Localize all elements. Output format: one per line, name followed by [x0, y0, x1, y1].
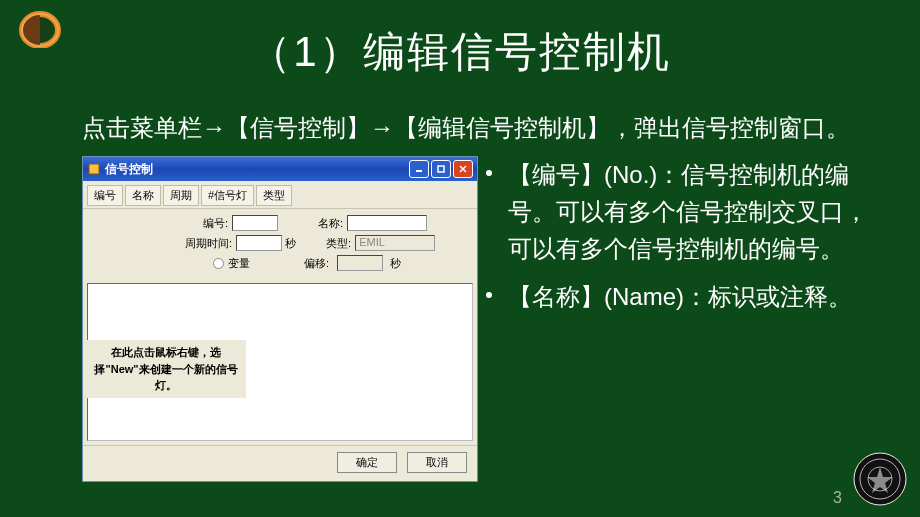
cycle-label: 周期时间:	[185, 236, 232, 251]
window-titlebar: 信号控制	[83, 157, 477, 181]
note-item: 【名称】(Name)：标识或注释。	[508, 278, 880, 315]
cycle-input[interactable]	[236, 235, 282, 251]
no-label: 编号:	[203, 216, 228, 231]
name-label: 名称:	[318, 216, 343, 231]
offset-radio[interactable]	[213, 258, 224, 269]
cycle-unit: 秒	[285, 236, 296, 251]
dialog-buttons: 确定 取消	[83, 445, 477, 481]
toolbar-button[interactable]: 编号	[87, 185, 123, 206]
signal-list-panel[interactable]: 在此点击鼠标右键，选择"New"来创建一个新的信号灯。	[87, 283, 473, 441]
toolbar-button[interactable]: 名称	[125, 185, 161, 206]
slide-intro: 点击菜单栏→【信号控制】→【编辑信号控制机】，弹出信号控制窗口。	[82, 110, 860, 146]
note-text: 【名称】(Name)：标识或注释。	[508, 283, 852, 310]
window-title: 信号控制	[105, 161, 407, 178]
close-button[interactable]	[453, 160, 473, 178]
svg-rect-3	[89, 164, 99, 174]
offset-label: 偏移:	[304, 256, 329, 271]
toolbar-button[interactable]: #信号灯	[201, 185, 254, 206]
slide-notes: 【编号】(No.)：信号控制机的编号。可以有多个信号控制交叉口，可以有多个信号控…	[508, 156, 880, 325]
slide-logo	[14, 8, 62, 48]
offset-unit: 秒	[390, 256, 401, 271]
type-label: 类型:	[326, 236, 351, 251]
toolbar-button[interactable]: 类型	[256, 185, 292, 206]
bullet-icon	[486, 292, 492, 298]
maximize-button[interactable]	[431, 160, 451, 178]
svg-rect-5	[438, 166, 444, 172]
window-toolbar: 编号 名称 周期 #信号灯 类型	[83, 181, 477, 209]
university-seal-icon	[852, 451, 908, 507]
list-hint: 在此点击鼠标右键，选择"New"来创建一个新的信号灯。	[86, 340, 246, 398]
note-item: 【编号】(No.)：信号控制机的编号。可以有多个信号控制交叉口，可以有多个信号控…	[508, 156, 880, 268]
window-app-icon	[87, 162, 101, 176]
toolbar-button[interactable]: 周期	[163, 185, 199, 206]
slide-title: （1）编辑信号控制机	[0, 0, 920, 80]
name-input[interactable]	[347, 215, 427, 231]
offset-input[interactable]	[337, 255, 383, 271]
minimize-button[interactable]	[409, 160, 429, 178]
window-form: 编号: 名称: 周期时间: 秒 类型: EMIL 变量 偏移: 秒	[83, 209, 477, 279]
intro-text: 点击菜单栏→【信号控制】→【编辑信号控制机】，弹出信号控制窗口。	[82, 114, 850, 141]
signal-control-window: 信号控制 编号 名称 周期 #信号灯 类型 编号: 名称:	[82, 156, 478, 482]
type-input[interactable]: EMIL	[355, 235, 435, 251]
page-number: 3	[833, 489, 842, 507]
offset-radio-label: 变量	[228, 256, 250, 271]
bullet-icon	[486, 170, 492, 176]
ok-button[interactable]: 确定	[337, 452, 397, 473]
cancel-button[interactable]: 取消	[407, 452, 467, 473]
note-text: 【编号】(No.)：信号控制机的编号。可以有多个信号控制交叉口，可以有多个信号控…	[508, 161, 868, 262]
no-input[interactable]	[232, 215, 278, 231]
